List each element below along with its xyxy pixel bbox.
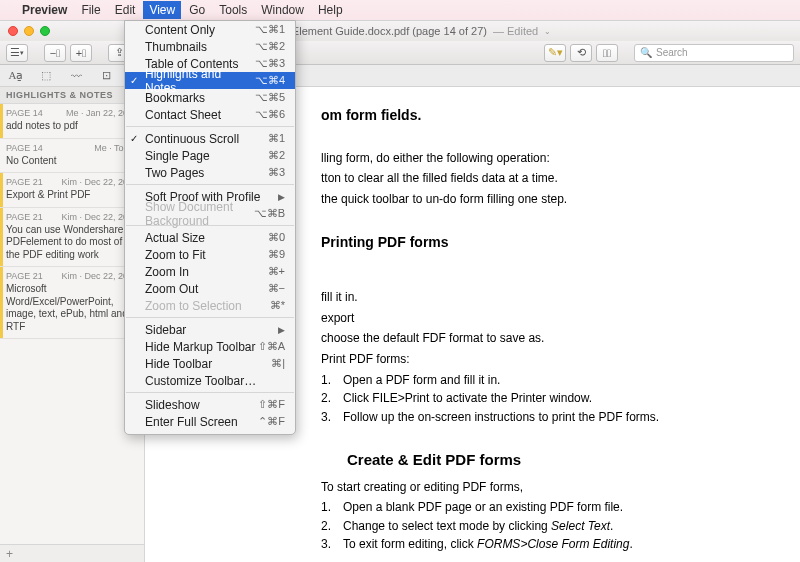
submenu-arrow-icon: ▶ (278, 192, 285, 202)
doc-heading: Create & Edit PDF forms (347, 448, 760, 471)
app-name[interactable]: Preview (22, 3, 67, 17)
menu-separator (126, 317, 294, 318)
menu-item-content-only[interactable]: Content Only⌥⌘1 (125, 21, 295, 38)
note-page: PAGE 14 (6, 108, 43, 118)
check-icon: ✓ (130, 75, 138, 86)
rotate-button[interactable]: ⟲ (570, 44, 592, 62)
note-page: PAGE 21 (6, 212, 43, 222)
shortcut-label: ⌥⌘1 (255, 23, 285, 36)
menu-item-label: Show Document Background (145, 200, 254, 228)
note-body: Microsoft Word/Excel/PowerPoint, image, … (6, 283, 138, 333)
note-body: You can use Wondershare PDFelement to do… (6, 224, 138, 262)
menu-item-show-document-background: Show Document Background⌥⌘B (125, 205, 295, 222)
zoom-in-button[interactable]: +⃝ (70, 44, 92, 62)
shortcut-label: ⌘| (271, 357, 285, 370)
menu-item-enter-full-screen[interactable]: Enter Full Screen⌃⌘F (125, 413, 295, 430)
note-body: No Content (6, 155, 138, 168)
menu-item-label: Customize Toolbar… (145, 374, 256, 388)
note-page: PAGE 21 (6, 271, 43, 281)
menu-item-label: Zoom In (145, 265, 189, 279)
note-body: add notes to pdf (6, 120, 138, 133)
menu-separator (126, 184, 294, 185)
shortcut-label: ⌘2 (268, 149, 285, 162)
sketch-button[interactable]: 〰 (66, 68, 86, 84)
shortcut-label: ⌘9 (268, 248, 285, 261)
menu-item-actual-size[interactable]: Actual Size⌘0 (125, 229, 295, 246)
menu-item-continuous-scroll[interactable]: ✓Continuous Scroll⌘1 (125, 130, 295, 147)
sidebar-add-button[interactable]: + (0, 544, 144, 562)
sidebar-note[interactable]: PAGE 14Me · TodayNo Content (0, 139, 144, 174)
sidebar-note[interactable]: PAGE 14Me · Jan 22, 2016add notes to pdf (0, 104, 144, 139)
menu-file[interactable]: File (81, 3, 100, 17)
sidebar-header: HIGHLIGHTS & NOTES (0, 87, 144, 104)
shortcut-label: ⌘0 (268, 231, 285, 244)
doc-list-item: Click FILE>Print to activate the Printer… (343, 389, 592, 408)
minimize-window-button[interactable] (24, 26, 34, 36)
check-icon: ✓ (130, 133, 138, 144)
menu-separator (126, 126, 294, 127)
zoom-window-button[interactable] (40, 26, 50, 36)
menu-item-hide-markup-toolbar[interactable]: Hide Markup Toolbar⇧⌘A (125, 338, 295, 355)
shortcut-label: ⌥⌘4 (255, 74, 285, 87)
menu-item-contact-sheet[interactable]: Contact Sheet⌥⌘6 (125, 106, 295, 123)
menu-item-zoom-to-fit[interactable]: Zoom to Fit⌘9 (125, 246, 295, 263)
menu-item-label: Single Page (145, 149, 210, 163)
menu-item-label: Content Only (145, 23, 215, 37)
menu-item-hide-toolbar[interactable]: Hide Toolbar⌘| (125, 355, 295, 372)
menu-item-single-page[interactable]: Single Page⌘2 (125, 147, 295, 164)
shortcut-label: ⌥⌘3 (255, 57, 285, 70)
menu-view[interactable]: View (143, 1, 181, 19)
highlight-button[interactable]: ✎▾ (544, 44, 566, 62)
shortcut-label: ⇧⌘F (258, 398, 285, 411)
zoom-out-button[interactable]: −⃝ (44, 44, 66, 62)
menu-item-label: Zoom to Fit (145, 248, 206, 262)
main-toolbar: ☰▾ −⃝ +⃝ ⇪ ✎▾ ⟲ ✎⃝ 🔍 Search (0, 41, 800, 65)
plus-icon: + (6, 547, 13, 561)
menu-help[interactable]: Help (318, 3, 343, 17)
menu-item-thumbnails[interactable]: Thumbnails⌥⌘2 (125, 38, 295, 55)
menu-item-zoom-out[interactable]: Zoom Out⌘− (125, 280, 295, 297)
submenu-arrow-icon: ▶ (278, 325, 285, 335)
doc-heading: om form fields. (321, 93, 760, 129)
menu-tools[interactable]: Tools (219, 3, 247, 17)
view-menu-dropdown: Content Only⌥⌘1Thumbnails⌥⌘2Table of Con… (124, 20, 296, 435)
menu-item-slideshow[interactable]: Slideshow⇧⌘F (125, 396, 295, 413)
menu-item-zoom-to-selection: Zoom to Selection⌘* (125, 297, 295, 314)
menu-window[interactable]: Window (261, 3, 304, 17)
menu-separator (126, 392, 294, 393)
search-field[interactable]: 🔍 Search (634, 44, 794, 62)
doc-text: Print PDF forms: (321, 350, 760, 369)
traffic-lights (0, 26, 50, 36)
menu-item-customize-toolbar-[interactable]: Customize Toolbar… (125, 372, 295, 389)
sidebar-note[interactable]: PAGE 21Kim · Dec 22, 2014Export & Print … (0, 173, 144, 208)
window-title: PDF Element Guide.docx.pdf (page 14 of 2… (267, 25, 487, 37)
shortcut-label: ⇧⌘A (258, 340, 285, 353)
menu-item-bookmarks[interactable]: Bookmarks⌥⌘5 (125, 89, 295, 106)
note-body: Export & Print PDF (6, 189, 138, 202)
close-window-button[interactable] (8, 26, 18, 36)
menu-item-label: Sidebar (145, 323, 186, 337)
system-menubar: Preview File Edit View Go Tools Window H… (0, 0, 800, 20)
doc-list-item: Open a PDF form and fill it in. (343, 371, 500, 390)
menu-item-sidebar[interactable]: Sidebar▶ (125, 321, 295, 338)
select-rect-button[interactable]: ⬚ (36, 68, 56, 84)
note-page: PAGE 14 (6, 143, 43, 153)
sidebar-toggle-button[interactable]: ☰▾ (6, 44, 28, 62)
menu-item-two-pages[interactable]: Two Pages⌘3 (125, 164, 295, 181)
text-style-button[interactable]: Aa̱ (6, 68, 26, 84)
menu-item-highlights-and-notes[interactable]: ✓Highlights and Notes⌥⌘4 (125, 72, 295, 89)
shortcut-label: ⌘* (270, 299, 285, 312)
menu-go[interactable]: Go (189, 3, 205, 17)
doc-list-item: To exit form editing, click FORMS>Close … (343, 535, 633, 554)
sidebar-note[interactable]: PAGE 21Kim · Dec 22, 2014You can use Won… (0, 208, 144, 268)
menu-item-zoom-in[interactable]: Zoom In⌘+ (125, 263, 295, 280)
menu-edit[interactable]: Edit (115, 3, 136, 17)
doc-list-item: Follow up the on-screen instructions to … (343, 408, 659, 427)
title-dropdown-icon[interactable]: ⌄ (544, 27, 551, 36)
note-page: PAGE 21 (6, 177, 43, 187)
markup-toolbar-button[interactable]: ✎⃝ (596, 44, 618, 62)
text-tool-button[interactable]: ⊡ (96, 68, 116, 84)
doc-text: lling form, do either the following oper… (321, 149, 760, 168)
markup-toolbar: Aa̱ ⬚ 〰 ⊡ ✍︎▾ 🗒 (0, 65, 800, 87)
sidebar-note[interactable]: PAGE 21Kim · Dec 22, 2014Microsoft Word/… (0, 267, 144, 339)
